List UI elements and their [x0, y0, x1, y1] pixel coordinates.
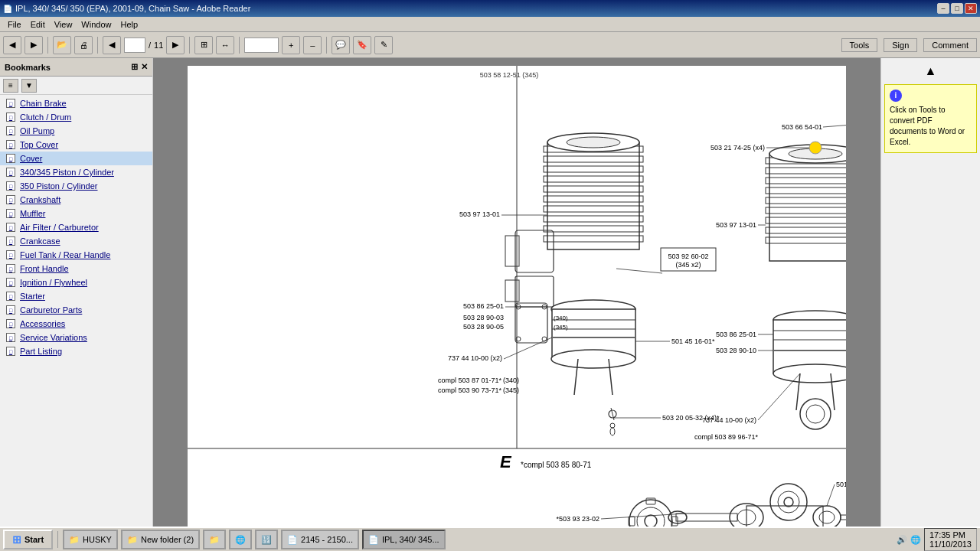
bookmark-air-filter[interactable]: □ Air Filter / Carburetor [0, 220, 152, 234]
svg-text:503 28 90-10: 503 28 90-10 [716, 347, 756, 354]
fit-width-button[interactable]: ↔ [216, 36, 234, 54]
menu-edit[interactable]: Edit [26, 18, 50, 31]
windows-icon: ⊞ [12, 533, 21, 546]
diagram-svg: 503 58 12-51 (345) [188, 66, 846, 527]
taskbar-app-pdf2[interactable]: 📄 IPL, 340/ 345... [362, 530, 446, 549]
sidebar-header: Bookmarks ⊞ ✕ [0, 58, 152, 77]
back-button[interactable]: ◀ [3, 36, 21, 54]
bookmark-icon: □ [6, 278, 15, 287]
info-text: Click on Tools to convert PDF documents … [890, 105, 972, 148]
comment-panel-button[interactable]: Comment [923, 38, 977, 52]
close-button[interactable]: ✕ [965, 3, 977, 14]
svg-text:compl 503 87 01-71*: compl 503 87 01-71* [438, 377, 502, 384]
bookmark-fuel-tank[interactable]: □ Fuel Tank / Rear Handle [0, 248, 152, 262]
svg-text:(345): (345) [554, 324, 568, 331]
svg-text:503 66 54-01: 503 66 54-01 [782, 123, 822, 131]
svg-text:(345 x2): (345 x2) [675, 261, 701, 269]
bookmark-icon: □ [6, 154, 15, 163]
bookmark-icon: □ [6, 195, 15, 204]
taskbar-app-newfolder[interactable]: 📁 New folder (2) [121, 530, 200, 549]
bookmark-icon: □ [6, 264, 15, 273]
sidebar-expand-btn[interactable]: ≡ [3, 79, 18, 93]
fit-page-button[interactable]: ⊞ [194, 36, 213, 54]
forward-button[interactable]: ▶ [24, 36, 43, 54]
taskbar-right: 🔊 🌐 17:35 PM 11/10/2013 [897, 528, 977, 551]
taskbar: ⊞ Start 📁 HUSKY 📁 New folder (2) 📁 🌐 🔢 📄… [0, 527, 980, 551]
print-button[interactable]: 🖨 [74, 36, 93, 54]
content-area[interactable]: 503 58 12-51 (345) [153, 58, 880, 527]
right-panel-header: ▲ [884, 61, 977, 81]
bookmark-muffler[interactable]: □ Muffler [0, 207, 152, 220]
taskbar-app-browser[interactable]: 🌐 [229, 530, 252, 549]
start-button[interactable]: ⊞ Start [3, 530, 53, 549]
title-bar-buttons: – □ ✕ [937, 3, 977, 14]
right-panel: ▲ i Click on Tools to convert PDF docume… [880, 58, 980, 527]
taskbar-app-husky[interactable]: 📁 HUSKY [63, 530, 118, 549]
svg-text:*compl 503 85 80-71: *compl 503 85 80-71 [521, 461, 592, 469]
sidebar: Bookmarks ⊞ ✕ ≡ ▼ □ Chain Brake □ Clutch… [0, 58, 153, 527]
bookmark-front-handle[interactable]: □ Front Handle [0, 262, 152, 276]
bookmark-crankshaft[interactable]: □ Crankshaft [0, 193, 152, 207]
bookmark-chain-brake[interactable]: □ Chain Brake [0, 96, 152, 110]
bookmark-accessories[interactable]: □ Accessories [0, 317, 152, 331]
sidebar-icon-1: ⊞ [131, 62, 138, 72]
bookmark-starter[interactable]: □ Starter [0, 289, 152, 303]
minimize-button[interactable]: – [937, 3, 949, 14]
page-input[interactable]: 3 [124, 37, 145, 53]
bookmark-icon: □ [6, 140, 15, 149]
svg-text:503 28 90-05: 503 28 90-05 [463, 323, 504, 331]
menu-file[interactable]: File [3, 18, 26, 31]
bookmark-part-listing[interactable]: □ Part Listing [0, 344, 152, 358]
bookmark-oil-pump[interactable]: □ Oil Pump [0, 124, 152, 138]
toolbar-separator-5 [326, 37, 327, 54]
next-page-button[interactable]: ▶ [166, 36, 185, 54]
menu-help[interactable]: Help [116, 18, 142, 31]
bookmark-icon: □ [6, 209, 15, 218]
taskbar-app-calc[interactable]: 🔢 [255, 530, 278, 549]
stamp-button[interactable]: 🔖 [353, 36, 371, 54]
taskbar-app-folder[interactable]: 📁 [203, 530, 226, 549]
comment-button[interactable]: 💬 [332, 36, 350, 54]
info-box: i Click on Tools to convert PDF document… [884, 84, 977, 153]
zoom-out-button[interactable]: – [303, 36, 322, 54]
bookmark-top-cover[interactable]: □ Top Cover [0, 138, 152, 152]
svg-point-16 [567, 137, 620, 148]
svg-point-83 [773, 364, 846, 383]
bookmark-340-piston[interactable]: □ 340/345 Piston / Cylinder [0, 165, 152, 179]
open-button[interactable]: 📂 [53, 36, 71, 54]
bookmark-icon: □ [6, 112, 15, 122]
speaker-icon: 🔊 [897, 535, 907, 545]
bookmark-350-piston[interactable]: □ 350 Piston / Cylinder [0, 179, 152, 193]
sidebar-header-label: Bookmarks [5, 63, 51, 72]
bookmark-ignition[interactable]: □ Ignition / Flywheel [0, 276, 152, 289]
toolbar-separator-3 [189, 37, 190, 54]
info-icon: i [890, 90, 902, 102]
menu-view[interactable]: View [50, 18, 77, 31]
tools-button[interactable]: Tools [841, 38, 878, 52]
bookmark-icon: □ [6, 305, 15, 315]
sign-button[interactable]: Sign [884, 38, 917, 52]
maximize-button[interactable]: □ [951, 3, 963, 14]
pdf-icon: 📄 [368, 535, 379, 545]
zoom-in-button[interactable]: + [282, 36, 300, 54]
window-title: IPL, 340/ 345/ 350 (EPA), 2001-09, Chain… [15, 4, 250, 13]
svg-text:737 44 10-00 (x2): 737 44 10-00 (x2) [448, 354, 502, 362]
taskbar-app-pdf1[interactable]: 📄 2145 - 2150... [281, 530, 359, 549]
tools2-button[interactable]: ✎ [374, 36, 393, 54]
bookmark-crankcase[interactable]: □ Crankcase [0, 234, 152, 248]
zoom-input[interactable]: 125% [244, 37, 279, 53]
prev-page-button[interactable]: ◀ [103, 36, 121, 54]
svg-text:503 92 60-02: 503 92 60-02 [668, 253, 708, 260]
app-icon: 📄 [3, 5, 12, 13]
bookmark-cover[interactable]: □ Cover [0, 152, 152, 165]
toolbar-separator-4 [239, 37, 240, 54]
collapse-arrow[interactable]: ▲ [925, 64, 937, 78]
sidebar-options-btn[interactable]: ▼ [21, 79, 37, 93]
bookmark-service-variations[interactable]: □ Service Variations [0, 331, 152, 344]
bookmark-clutch-drum[interactable]: □ Clutch / Drum [0, 110, 152, 124]
bookmark-icon: □ [6, 99, 15, 108]
svg-text:503 28 90-03: 503 28 90-03 [463, 314, 504, 321]
svg-text:(340): (340) [503, 377, 519, 384]
bookmark-carburetor-parts[interactable]: □ Carburetor Parts [0, 303, 152, 317]
menu-window[interactable]: Window [77, 18, 116, 31]
